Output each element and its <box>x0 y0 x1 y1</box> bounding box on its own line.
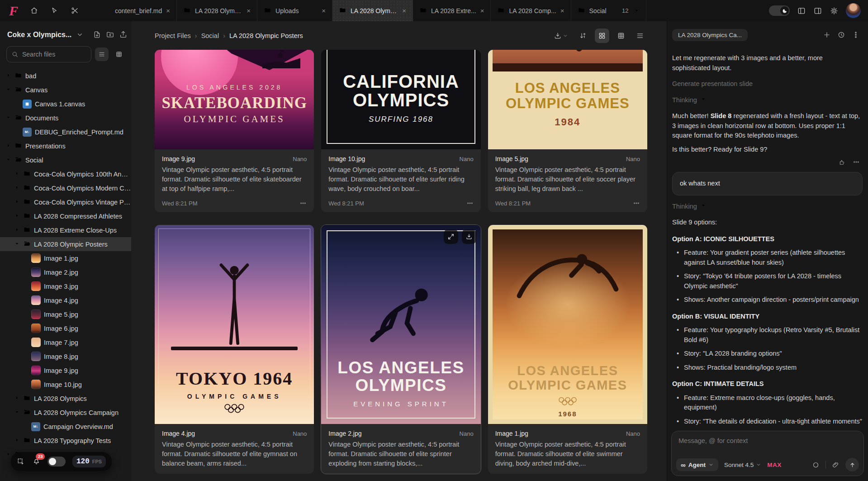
send-button[interactable] <box>845 458 859 471</box>
attach-button[interactable] <box>832 461 840 469</box>
tab-la-2028-extre[interactable]: LA 2028 Extre...× <box>413 0 491 21</box>
tree-file-image-6-jpg[interactable]: Image 6.jpg <box>0 321 131 335</box>
chevron-down-icon[interactable] <box>634 8 640 14</box>
agent-mode-select[interactable]: ∞Agent <box>676 458 718 471</box>
breadcrumb-item[interactable]: Project Files <box>155 32 191 39</box>
tab-la-2028-olymp[interactable]: LA 2028 Olymp...× <box>177 0 257 21</box>
tab-content-brief-md[interactable]: content_brief.md× <box>109 0 177 21</box>
chevron-down-icon[interactable] <box>5 86 11 94</box>
chevron-right-icon[interactable] <box>14 171 20 178</box>
project-switcher[interactable]: Coke x Olympics... <box>7 31 71 39</box>
chevron-right-icon[interactable] <box>14 437 20 444</box>
chevron-right-icon[interactable] <box>14 395 20 402</box>
search-input[interactable] <box>22 51 86 58</box>
model-select[interactable]: Sonnet 4.5 <box>724 462 761 468</box>
app-logo[interactable]: F <box>9 4 18 18</box>
chevron-right-icon[interactable] <box>5 143 11 150</box>
thinking-toggle[interactable]: Thinking <box>672 202 863 212</box>
chevron-down-icon[interactable] <box>5 157 11 164</box>
tree-file-image-5-jpg[interactable]: Image 5.jpg <box>0 307 131 321</box>
notifications-button[interactable]: 23 <box>32 457 41 467</box>
new-chat-button[interactable] <box>823 31 831 39</box>
history-button[interactable] <box>837 31 845 39</box>
tree-folder-la-2028-typography-tests[interactable]: LA 2028 Typography Tests <box>0 433 131 448</box>
thinking-toggle[interactable]: Thinking <box>672 95 863 105</box>
tab-close-icon[interactable]: × <box>166 7 170 14</box>
tab-la-2028-olymp[interactable]: LA 2028 Olymp...× <box>332 0 413 21</box>
tree-folder-la-2028-compressed-athletes[interactable]: LA 2028 Compressed Athletes <box>0 209 131 223</box>
chevron-down-icon[interactable] <box>14 241 20 248</box>
file-card-image-9-jpg[interactable]: LOS ANGELES 2028SKATEBOARDINGOLYMPIC GAM… <box>155 50 314 212</box>
new-file-button[interactable] <box>93 30 101 39</box>
tab-social[interactable]: Social12 <box>571 0 646 21</box>
tree-file-image-9-jpg[interactable]: Image 9.jpg <box>0 363 131 377</box>
mosaic-view-button[interactable] <box>614 29 628 43</box>
chevron-down-icon[interactable] <box>14 409 20 416</box>
tree-file-image-10-jpg[interactable]: Image 10.jpg <box>0 377 131 391</box>
chevron-right-icon[interactable] <box>14 213 20 220</box>
tab-close-icon[interactable]: × <box>247 7 251 14</box>
tree-folder-bad[interactable]: bad <box>0 69 131 83</box>
share-button[interactable] <box>119 30 128 39</box>
chevron-right-icon[interactable] <box>14 227 20 234</box>
expand-image-button[interactable] <box>444 229 458 244</box>
chevron-right-icon[interactable] <box>14 199 20 206</box>
tree-folder-coca-cola-olympics-100th-anniv[interactable]: Coca-Cola Olympics 100th Anniv... <box>0 167 131 181</box>
max-mode-label[interactable]: MAX <box>767 462 782 468</box>
chat-menu-button[interactable] <box>852 31 860 39</box>
tree-folder-coca-cola-olympics-modern-ca[interactable]: Coca-Cola Olympics Modern Ca... <box>0 181 131 195</box>
message-input[interactable]: Message, @ for context <box>678 437 748 444</box>
tree-file-canvas-1-canvas[interactable]: ▦Canvas 1.canvas <box>0 97 131 111</box>
file-card-image-10-jpg[interactable]: CALIFORNIAOLYMPICSSURFING 1968Image 10.j… <box>321 50 480 212</box>
tree-folder-canvas[interactable]: Canvas <box>0 83 131 97</box>
tree-file-image-3-jpg[interactable]: Image 3.jpg <box>0 279 131 293</box>
file-card-image-1-jpg[interactable]: LOS ANGELESOLYMPIC GAMES1968Image 1.jpgN… <box>488 225 647 474</box>
tab-la-2028-comp[interactable]: LA 2028 Comp...× <box>491 0 571 21</box>
search-input-box[interactable] <box>6 46 91 62</box>
context-usage-icon[interactable] <box>812 461 820 469</box>
tree-folder-la-2028-extreme-close-ups[interactable]: LA 2028 Extreme Close-Ups <box>0 223 131 237</box>
chat-title-pill[interactable]: LA 2028 Olympics Ca... <box>672 29 748 41</box>
sidebar-grid-view-button[interactable] <box>112 48 126 61</box>
tree-file-image-4-jpg[interactable]: Image 4.jpg <box>0 293 131 307</box>
chevron-down-icon[interactable] <box>5 114 11 122</box>
composer[interactable]: Message, @ for context ∞Agent Sonnet 4.5… <box>671 431 864 476</box>
new-folder-button[interactable] <box>106 30 114 39</box>
cursor-tool-icon[interactable] <box>50 6 59 15</box>
tree-file-image-7-jpg[interactable]: Image 7.jpg <box>0 335 131 349</box>
tab-close-icon[interactable]: × <box>560 7 564 14</box>
tab-uploads[interactable]: Uploads× <box>257 0 332 21</box>
dark-mode-toggle[interactable] <box>769 5 790 16</box>
avatar[interactable] <box>846 3 861 18</box>
download-image-button[interactable] <box>462 229 476 244</box>
card-menu-button[interactable] <box>299 200 307 207</box>
sort-button[interactable] <box>576 29 590 43</box>
gear-icon[interactable] <box>830 6 839 15</box>
toggle-left-panel-icon[interactable] <box>797 6 806 15</box>
tree-folder-documents[interactable]: Documents <box>0 111 131 125</box>
file-card-image-4-jpg[interactable]: TOKYO 1964OLYMPIC GAMESImage 4.jpgNanoVi… <box>155 225 314 474</box>
download-button[interactable] <box>550 29 571 43</box>
card-menu-button[interactable] <box>466 200 474 207</box>
file-card-image-2-jpg[interactable]: LOS ANGELESOLYMPICSEVENING SPRINTImage 2… <box>321 225 480 474</box>
tree-folder-la-2028-olympics-campaign[interactable]: LA 2028 Olympics Campaign <box>0 405 131 419</box>
tab-close-icon[interactable]: × <box>480 7 484 14</box>
grid-view-button[interactable] <box>595 29 609 43</box>
scissors-tool-icon[interactable] <box>71 6 79 15</box>
tree-folder-la-2028-olympics[interactable]: LA 2028 Olympics <box>0 391 131 405</box>
thumbs-up-icon[interactable] <box>838 158 845 166</box>
tab-close-icon[interactable]: × <box>322 7 326 14</box>
tree-folder-social[interactable]: Social <box>0 153 131 167</box>
file-card-image-5-jpg[interactable]: LOS ANGELESOLYMPIC GAMES1984Image 5.jpgN… <box>488 50 647 212</box>
tab-close-icon[interactable]: × <box>402 7 406 14</box>
card-menu-button[interactable] <box>633 200 640 207</box>
chevron-down-icon[interactable] <box>76 31 84 38</box>
toggle-right-panel-icon[interactable] <box>813 6 822 15</box>
sidebar-list-view-button[interactable] <box>95 48 109 61</box>
breadcrumb-item[interactable]: LA 2028 Olympic Posters <box>229 32 303 39</box>
marquee-select-icon[interactable] <box>17 457 25 466</box>
chevron-right-icon[interactable] <box>5 72 11 80</box>
tree-file-image-2-jpg[interactable]: Image 2.jpg <box>0 265 131 279</box>
status-toggle[interactable] <box>47 457 66 467</box>
tree-file-image-8-jpg[interactable]: Image 8.jpg <box>0 349 131 363</box>
